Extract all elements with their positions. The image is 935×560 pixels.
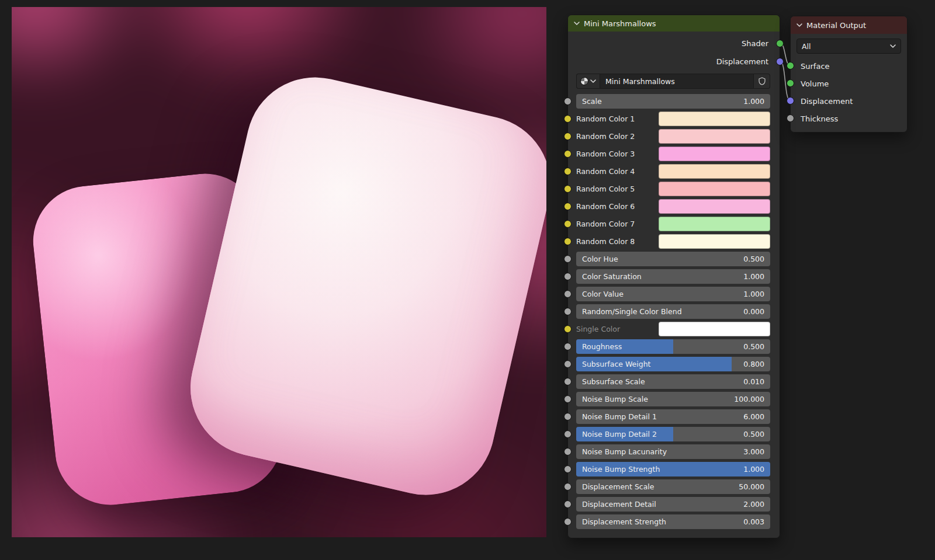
color-swatch[interactable] xyxy=(659,234,770,249)
param-row: Displacement Strength 0.003 xyxy=(576,514,770,529)
input-socket[interactable] xyxy=(564,273,572,280)
displacement-output-socket[interactable] xyxy=(776,58,784,65)
color-swatch[interactable] xyxy=(659,129,770,144)
shield-icon xyxy=(759,77,766,85)
input-socket[interactable] xyxy=(564,203,572,210)
param-slider[interactable]: Noise Bump Scale 100.000 xyxy=(576,392,770,406)
material-browse-button[interactable] xyxy=(576,74,600,89)
group-node-header[interactable]: Mini Marshmallows xyxy=(568,15,780,32)
input-socket[interactable] xyxy=(564,290,572,298)
surface-input-socket[interactable] xyxy=(787,62,794,69)
param-label: Random Color 2 xyxy=(576,132,659,141)
volume-input-socket[interactable] xyxy=(787,79,794,87)
param-value: 1.000 xyxy=(743,97,764,106)
thickness-input-socket[interactable] xyxy=(787,114,794,122)
param-row: Noise Bump Scale 100.000 xyxy=(576,392,770,406)
input-socket[interactable] xyxy=(564,133,572,140)
param-slider[interactable]: Scale 1.000 xyxy=(576,94,770,109)
param-label: Noise Bump Strength xyxy=(582,465,660,474)
input-label: Volume xyxy=(797,79,829,88)
param-label: Displacement Scale xyxy=(582,482,654,491)
output-label: Shader xyxy=(742,39,770,48)
node-material-output[interactable]: Material Output All Surface Volume Displ… xyxy=(790,16,908,133)
color-swatch[interactable] xyxy=(659,112,770,126)
param-label: Noise Bump Scale xyxy=(582,395,648,404)
node-outputs: Shader Displacement xyxy=(568,32,780,71)
input-socket[interactable] xyxy=(564,168,572,175)
param-label: Random Color 6 xyxy=(576,202,659,211)
param-value: 0.000 xyxy=(743,307,764,316)
input-socket[interactable] xyxy=(564,395,572,403)
input-socket[interactable] xyxy=(564,185,572,193)
param-row: Random Color 5 xyxy=(576,182,770,196)
input-socket[interactable] xyxy=(564,448,572,455)
input-socket[interactable] xyxy=(564,115,572,123)
fake-user-shield-button[interactable] xyxy=(754,74,770,89)
render-preview xyxy=(12,7,546,537)
output-label: Displacement xyxy=(716,57,770,66)
input-socket[interactable] xyxy=(564,220,572,228)
chevron-down-icon[interactable] xyxy=(797,23,802,27)
param-slider[interactable]: Roughness 0.500 xyxy=(576,339,770,354)
param-slider[interactable]: Color Value 1.000 xyxy=(576,287,770,301)
input-socket[interactable] xyxy=(564,500,572,508)
param-row: Displacement Scale 50.000 xyxy=(576,479,770,494)
input-socket[interactable] xyxy=(564,98,572,105)
param-slider[interactable]: Displacement Scale 50.000 xyxy=(576,479,770,494)
input-socket[interactable] xyxy=(564,325,572,333)
output-target-select[interactable]: All xyxy=(797,39,901,54)
param-label: Noise Bump Lacunarity xyxy=(582,447,667,456)
shader-output-socket[interactable] xyxy=(776,40,784,47)
param-label: Color Saturation xyxy=(582,272,642,281)
material-name-field[interactable]: Mini Marshmallows xyxy=(600,74,754,89)
input-socket[interactable] xyxy=(564,413,572,420)
color-swatch[interactable] xyxy=(659,147,770,161)
color-swatch[interactable] xyxy=(659,322,770,336)
param-slider[interactable]: Color Saturation 1.000 xyxy=(576,269,770,284)
input-socket[interactable] xyxy=(564,150,572,158)
param-slider[interactable]: Displacement Detail 2.000 xyxy=(576,497,770,512)
input-socket[interactable] xyxy=(564,238,572,245)
param-row: Random Color 7 xyxy=(576,217,770,231)
input-socket[interactable] xyxy=(564,308,572,315)
param-slider[interactable]: Displacement Strength 0.003 xyxy=(576,514,770,529)
input-socket[interactable] xyxy=(564,465,572,473)
node-mini-marshmallows[interactable]: Mini Marshmallows Shader Displacement Mi… xyxy=(567,15,780,538)
param-slider[interactable]: Noise Bump Detail 1 6.000 xyxy=(576,409,770,424)
param-slider[interactable]: Random/Single Color Blend 0.000 xyxy=(576,304,770,319)
param-label: Random/Single Color Blend xyxy=(582,307,682,316)
param-slider[interactable]: Noise Bump Detail 2 0.500 xyxy=(576,427,770,441)
input-socket[interactable] xyxy=(564,430,572,438)
param-row: Random Color 1 xyxy=(576,112,770,126)
param-value: 50.000 xyxy=(739,482,764,491)
input-socket[interactable] xyxy=(564,343,572,350)
input-socket[interactable] xyxy=(564,518,572,526)
param-label: Color Hue xyxy=(582,255,618,263)
color-swatch[interactable] xyxy=(659,182,770,196)
param-row: Roughness 0.500 xyxy=(576,339,770,354)
param-label: Noise Bump Detail 1 xyxy=(582,412,657,421)
displacement-input-socket[interactable] xyxy=(787,97,794,105)
param-slider[interactable]: Noise Bump Strength 1.000 xyxy=(576,462,770,476)
param-value: 6.000 xyxy=(743,412,764,421)
param-slider[interactable]: Noise Bump Lacunarity 3.000 xyxy=(576,444,770,459)
param-slider[interactable]: Subsurface Scale 0.010 xyxy=(576,374,770,389)
input-socket[interactable] xyxy=(564,378,572,385)
color-swatch[interactable] xyxy=(659,164,770,179)
input-row: Displacement xyxy=(797,92,901,110)
param-row: Noise Bump Lacunarity 3.000 xyxy=(576,444,770,459)
param-slider[interactable]: Subsurface Weight 0.800 xyxy=(576,357,770,371)
param-label: Single Color xyxy=(576,325,659,333)
param-slider[interactable]: Color Hue 0.500 xyxy=(576,252,770,266)
input-socket[interactable] xyxy=(564,483,572,491)
node-title: Material Output xyxy=(806,21,866,30)
chevron-down-icon[interactable] xyxy=(574,22,580,25)
color-swatch[interactable] xyxy=(659,199,770,214)
param-label: Subsurface Scale xyxy=(582,377,645,386)
color-swatch[interactable] xyxy=(659,217,770,231)
output-node-header[interactable]: Material Output xyxy=(791,16,907,34)
param-row: Single Color xyxy=(576,322,770,336)
input-socket[interactable] xyxy=(564,360,572,368)
vignette-overlay xyxy=(12,7,546,537)
input-socket[interactable] xyxy=(564,255,572,263)
